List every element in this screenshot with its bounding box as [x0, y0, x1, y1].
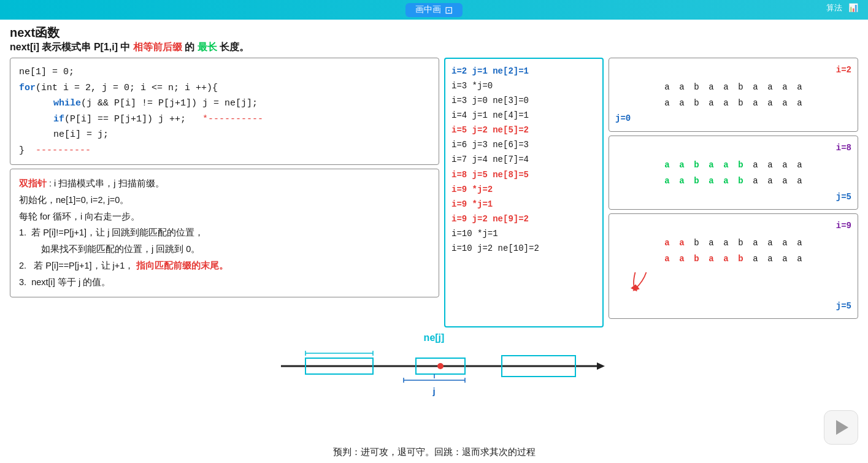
- middle-col-row: i=9 *j=2: [451, 182, 596, 197]
- middle-col-row: i=2 j=1 ne[2]=1: [451, 64, 596, 78]
- char-cell: a: [677, 96, 688, 111]
- char-cell: a: [662, 252, 673, 267]
- panel1-row1: aabaabaaaa: [615, 80, 851, 95]
- char-cell: a: [750, 252, 761, 267]
- char-cell: a: [750, 96, 761, 111]
- arrows-svg: [615, 269, 851, 294]
- desc-line1: 初始化，ne[1]=0, i=2, j=0。: [19, 192, 430, 209]
- code-line3: while(j && P[i] != P[j+1]) j = ne[j];: [19, 96, 430, 112]
- char-cell: a: [677, 236, 688, 251]
- middle-col-row: i=8 j=5 ne[8]=5: [451, 167, 596, 182]
- desc-point3: 3. next[i] 等于 j 的值。: [19, 274, 430, 291]
- code-line4: if(P[i] == P[j+1]) j ++; *----------: [19, 112, 430, 128]
- panel1-title: i=2: [615, 63, 851, 78]
- middle-col-row: i=6 j=3 ne[6]=3: [451, 137, 596, 152]
- char-cell: a: [780, 80, 791, 95]
- desc-red-title: 双指针: [19, 178, 47, 188]
- middle-col-row: i=10 j=2 ne[10]=2: [451, 241, 596, 256]
- title-area: next函数 next[i] 表示模式串 P[1,i] 中 相等前后缀 的 最长…: [10, 25, 858, 54]
- desc-point2: 2. 若 P[i]==P[j+1]，让 j+1， 指向匹配前缀的末尾。: [19, 258, 430, 274]
- middle-col-row: i=9 j=2 ne[9]=2: [451, 212, 596, 226]
- char-cell: a: [677, 158, 688, 173]
- char-cell: b: [691, 80, 702, 95]
- desc-point1b: 如果找不到能匹配的位置，j 回跳到 0。: [19, 241, 430, 258]
- right-column: i=2 aabaabaaaa aabaabaaaa j=0 i=8 aabaab…: [609, 58, 858, 327]
- panel3-row1: aabaabaaaa: [615, 236, 851, 251]
- char-cell: a: [780, 236, 791, 251]
- panel2-title: i=8: [615, 141, 851, 156]
- char-cell: b: [735, 252, 747, 267]
- char-cell: b: [691, 174, 702, 189]
- char-cell: a: [794, 174, 805, 189]
- char-cell: b: [735, 96, 747, 111]
- char-cell: a: [765, 252, 776, 267]
- play-button[interactable]: [824, 410, 858, 445]
- left-column: ne[1] = 0; for(int i = 2, j = 0; i <= n;…: [10, 58, 439, 327]
- char-cell: a: [794, 252, 805, 267]
- desc-title: 双指针 : i 扫描模式串，j 扫描前缀。: [19, 175, 430, 192]
- char-cell: a: [794, 96, 805, 111]
- char-cell: a: [662, 96, 673, 111]
- code-block: ne[1] = 0; for(int i = 2, j = 0; i <= n;…: [10, 58, 439, 165]
- panel2-row2: aabaabaaaa: [615, 174, 851, 189]
- char-cell: a: [706, 252, 717, 267]
- three-col-layout: ne[1] = 0; for(int i = 2, j = 0; i <= n;…: [10, 58, 858, 327]
- desc-point1: 1. 若 P[i]!=P[j+1]，让 j 回跳到能匹配的位置，: [19, 224, 430, 241]
- char-cell: b: [735, 174, 747, 189]
- char-cell: b: [735, 80, 747, 95]
- top-bar-right-label: 算法 📊: [826, 2, 858, 13]
- char-cell: a: [765, 174, 776, 189]
- code-line2: for(int i = 2, j = 0; i <= n; i ++){: [19, 80, 430, 96]
- desc-title-rest: : i 扫描模式串，j 扫描前缀。: [49, 178, 164, 188]
- top-bar: 画中画 ⊡ 算法 📊: [0, 0, 868, 20]
- title-line2: next[i] 表示模式串 P[1,i] 中 相等前后缀 的 最长 长度。: [10, 41, 858, 54]
- panel3-row2: aabaabaaaa: [615, 252, 851, 267]
- svg-marker-5: [597, 362, 605, 370]
- panel-i2: i=2 aabaabaaaa aabaabaaaa j=0: [609, 58, 858, 132]
- char-cell: b: [691, 236, 702, 251]
- bottom-area: ne[j]: [10, 332, 858, 396]
- char-cell: a: [706, 158, 717, 173]
- char-cell: b: [691, 96, 702, 111]
- char-cell: a: [662, 236, 673, 251]
- char-cell: a: [677, 80, 688, 95]
- code-line1: ne[1] = 0;: [19, 64, 430, 80]
- char-cell: a: [721, 80, 732, 95]
- char-cell: a: [750, 236, 761, 251]
- desc-line2: 每轮 for 循环，i 向右走一步。: [19, 209, 430, 225]
- ne-label: ne[j]: [424, 332, 445, 343]
- middle-col-row: i=5 j=2 ne[5]=2: [451, 123, 596, 137]
- code-line5: ne[i] = j;: [19, 127, 430, 143]
- char-cell: b: [691, 252, 702, 267]
- desc-block: 双指针 : i 扫描模式串，j 扫描前缀。 初始化，ne[1]=0, i=2, …: [10, 169, 439, 297]
- char-cell: a: [794, 80, 805, 95]
- char-cell: b: [735, 158, 747, 173]
- play-icon: [836, 420, 848, 435]
- title-red: 相等前后缀: [133, 42, 182, 52]
- bottom-text: 预判：进可攻，退可守。回跳：退而求其次的过程: [0, 446, 868, 458]
- code-line6: } ----------: [19, 143, 430, 159]
- char-cell: a: [765, 80, 776, 95]
- char-cell: a: [677, 174, 688, 189]
- diagram-wrapper: ne[j]: [256, 332, 612, 396]
- char-cell: a: [706, 174, 717, 189]
- title-line1: next函数: [10, 25, 858, 41]
- char-cell: a: [750, 80, 761, 95]
- desc-point2-red: 指向匹配前缀的末尾。: [136, 261, 228, 270]
- char-cell: a: [662, 80, 673, 95]
- picture-in-picture-label[interactable]: 画中画 ⊡: [405, 3, 463, 17]
- panel2-row1: aabaabaaaa: [615, 158, 851, 173]
- j-bottom-label: j: [432, 386, 435, 396]
- char-cell: b: [691, 158, 702, 173]
- title-after: 长度。: [220, 42, 249, 52]
- char-cell: a: [721, 252, 732, 267]
- panel-i9: i=9 aabaabaaaa aabaabaaaa j=5: [609, 213, 858, 319]
- char-cell: a: [750, 158, 761, 173]
- middle-col-row: i=4 j=1 ne[4]=1: [451, 108, 596, 123]
- char-cell: a: [706, 96, 717, 111]
- char-cell: b: [735, 236, 747, 251]
- pip-icon: ⊡: [445, 4, 453, 16]
- middle-col-row: i=9 *j=1: [451, 197, 596, 212]
- char-cell: a: [780, 252, 791, 267]
- svg-point-4: [437, 363, 444, 369]
